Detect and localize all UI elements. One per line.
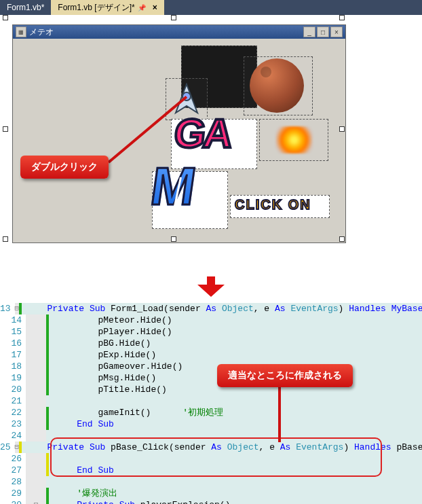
close-icon[interactable]: × <box>153 3 157 12</box>
resize-handle[interactable] <box>171 15 176 20</box>
form-client-area[interactable]: GA M CLICK ON <box>13 39 345 242</box>
tab-label: Form1.vb [デザイン]* <box>58 2 134 14</box>
code-editor[interactable]: 13⊟ Private Sub Form1_Load(sender As Obj… <box>0 303 422 504</box>
code-text[interactable]: pPlayer.Hide() <box>52 326 422 338</box>
code-line[interactable]: 16 pBG.Hide() <box>0 338 422 349</box>
line-number: 14 <box>0 314 26 326</box>
change-bar <box>46 407 52 418</box>
code-line[interactable]: 28 <box>0 476 422 488</box>
code-line[interactable]: 23 End Sub <box>0 418 422 430</box>
fold-toggle <box>26 314 46 326</box>
minimize-button[interactable]: _ <box>303 26 315 37</box>
svg-marker-2 <box>197 276 225 297</box>
code-line[interactable]: 17 pExp.Hide() <box>0 349 422 361</box>
resize-handle[interactable] <box>171 236 176 242</box>
form-title-text: メテオ <box>29 26 54 38</box>
code-text[interactable]: gameInit() '初期処理 <box>52 407 422 418</box>
code-line[interactable]: 14 pMeteor.Hide() <box>0 314 422 326</box>
tab-designer[interactable]: Form1.vb [デザイン]* 📌 × <box>51 0 164 16</box>
code-text[interactable] <box>52 395 422 407</box>
code-text[interactable]: Private Sub Form1_Load(sender As Object,… <box>22 303 422 314</box>
line-number: 24 <box>0 430 26 442</box>
code-text[interactable]: '爆発演出 <box>52 488 422 499</box>
code-line[interactable]: 29 '爆発演出 <box>0 488 422 499</box>
code-text[interactable]: End Sub <box>52 418 422 430</box>
change-bar <box>46 384 52 395</box>
code-line[interactable]: 18 pGameover.Hide() <box>0 361 422 372</box>
resize-handle[interactable] <box>339 15 345 20</box>
fold-toggle <box>26 430 46 442</box>
callout-doubleclick: ダブルクリック <box>20 156 109 179</box>
highlight-box <box>50 437 382 477</box>
form-window[interactable]: ▦ メテオ _ □ × GA <box>12 24 346 243</box>
callout-created: 適当なところに作成される <box>217 364 353 387</box>
tab-code[interactable]: Form1.vb* <box>0 1 51 14</box>
resize-handle[interactable] <box>3 15 8 20</box>
picturebox-msg[interactable]: CLICK ON <box>230 195 330 218</box>
fold-toggle <box>26 407 46 418</box>
line-number: 30 <box>0 499 26 504</box>
fold-toggle <box>26 488 46 499</box>
fold-toggle[interactable]: ⊟ <box>15 303 20 314</box>
line-number: 15 <box>0 326 26 338</box>
resize-handle[interactable] <box>339 236 345 242</box>
change-bar <box>46 361 52 372</box>
fold-toggle <box>26 338 46 349</box>
picturebox-explosion[interactable] <box>259 119 328 161</box>
close-button[interactable]: × <box>330 26 343 37</box>
picturebox-title[interactable]: M <box>152 171 228 229</box>
fold-toggle <box>26 465 46 476</box>
code-text[interactable]: pBG.Hide() <box>52 338 422 349</box>
line-number: 28 <box>0 476 26 488</box>
line-number: 29 <box>0 488 26 499</box>
code-line[interactable]: 15 pPlayer.Hide() <box>0 326 422 338</box>
code-text[interactable]: Private Sub playerExplosion() <box>52 499 422 504</box>
code-line[interactable]: 30⊟ Private Sub playerExplosion() <box>0 499 422 504</box>
change-bar <box>46 372 52 384</box>
code-line[interactable]: 19 pMsg.Hide() <box>0 372 422 384</box>
change-bar <box>46 488 52 499</box>
picturebox-planet[interactable] <box>244 56 313 115</box>
change-bar <box>46 476 52 488</box>
gameover-text: GA <box>172 110 232 157</box>
fold-toggle <box>26 453 46 465</box>
explosion-graphic <box>275 126 313 154</box>
line-number: 19 <box>0 372 26 384</box>
code-line[interactable]: 20 pTitle.Hide() <box>0 384 422 395</box>
line-number: 27 <box>0 465 26 476</box>
line-number: 20 <box>0 384 26 395</box>
fold-toggle <box>26 418 46 430</box>
change-bar <box>46 349 52 361</box>
code-text[interactable]: pMeteor.Hide() <box>52 314 422 326</box>
designer-surface[interactable]: ▦ メテオ _ □ × GA <box>0 15 422 273</box>
line-number: 25 <box>0 442 15 453</box>
change-bar <box>46 338 52 349</box>
code-text[interactable]: pExp.Hide() <box>52 349 422 361</box>
fold-toggle <box>26 372 46 384</box>
line-number: 26 <box>0 453 26 465</box>
crack-graphic <box>200 180 214 216</box>
planet-graphic <box>250 58 304 113</box>
arrow-down-icon <box>0 273 422 303</box>
resize-handle[interactable] <box>3 236 8 242</box>
form-icon: ▦ <box>16 26 26 37</box>
line-number: 23 <box>0 418 26 430</box>
fold-toggle <box>26 361 46 372</box>
resize-handle[interactable] <box>3 126 8 132</box>
fold-toggle[interactable]: ⊟ <box>15 442 20 453</box>
pin-icon[interactable]: 📌 <box>138 4 146 12</box>
line-number: 21 <box>0 395 26 407</box>
line-number: 13 <box>0 303 15 314</box>
maximize-button[interactable]: □ <box>317 26 329 37</box>
change-bar <box>46 499 52 504</box>
line-number: 16 <box>0 338 26 349</box>
resize-handle[interactable] <box>339 126 345 132</box>
line-number: 22 <box>0 407 26 418</box>
code-line[interactable]: 13⊟ Private Sub Form1_Load(sender As Obj… <box>0 303 422 314</box>
fold-toggle[interactable]: ⊟ <box>26 499 46 504</box>
tab-bar: Form1.vb* Form1.vb [デザイン]* 📌 × <box>0 0 422 15</box>
code-line[interactable]: 21 <box>0 395 422 407</box>
msg-text: CLICK ON <box>235 197 311 213</box>
code-text[interactable] <box>52 476 422 488</box>
code-line[interactable]: 22 gameInit() '初期処理 <box>0 407 422 418</box>
